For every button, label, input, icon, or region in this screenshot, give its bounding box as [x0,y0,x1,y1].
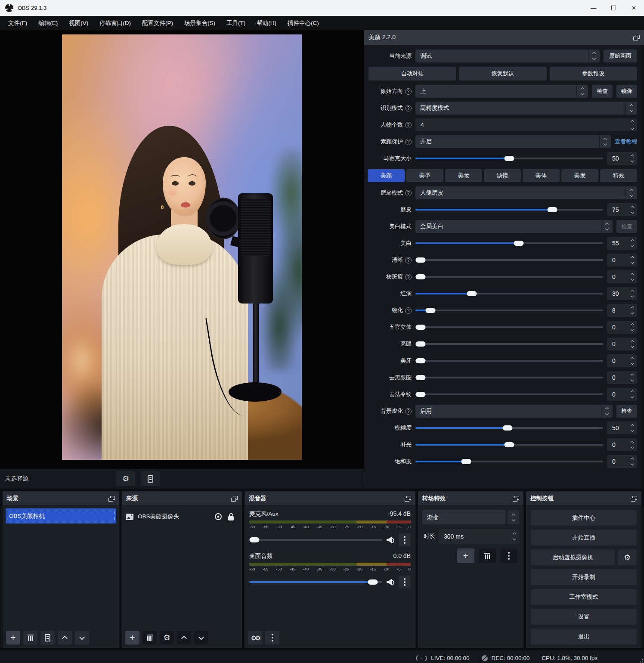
menu-edit[interactable]: 编辑(E) [34,17,62,29]
remove-transition-button[interactable] [479,548,496,563]
teeth-slider[interactable] [415,358,603,364]
teeth-spinner[interactable]: 0 [607,354,637,367]
makeup-protect-select[interactable]: 开启 [415,135,611,148]
help-icon[interactable]: ? [405,105,412,112]
source-filters-button[interactable] [141,471,160,486]
preview-canvas[interactable] [0,30,364,468]
acne-spinner[interactable]: 0 [607,270,637,283]
help-icon[interactable]: ? [405,190,412,196]
start-recording-button[interactable]: 开始录制 [531,569,637,585]
help-icon[interactable]: ? [405,139,412,145]
sharpen-slider[interactable] [415,307,603,313]
tab-hair[interactable]: 美发 [561,169,598,182]
scene-item-selected[interactable]: OBS美颜相机 [6,508,116,524]
darkcircle-spinner[interactable]: 0 [607,371,637,384]
popout-dock-icon[interactable] [405,496,411,502]
exit-button[interactable]: 退出 [531,629,637,644]
saturation-spinner[interactable]: 0 [607,455,637,468]
source-up-button[interactable] [177,631,191,644]
menu-plugin-center[interactable]: 插件中心(C) [283,17,324,29]
help-icon[interactable]: ? [405,307,412,314]
person-count-spinner[interactable]: 4 [415,118,637,131]
speaker-icon[interactable] [387,537,394,543]
brighteyes-spinner[interactable]: 0 [607,338,637,350]
maximize-button[interactable] [604,0,624,16]
popout-dock-icon[interactable] [513,496,519,502]
original-view-button[interactable]: 原始画面 [604,50,637,62]
start-virtual-camera-button[interactable]: 启动虚拟摄像机 [531,549,615,565]
mic-options-button[interactable] [399,533,411,546]
acne-slider[interactable] [415,274,603,280]
help-icon[interactable]: ? [405,257,412,263]
face3d-spinner[interactable]: 0 [607,321,637,334]
mosaic-size-slider[interactable] [415,155,603,161]
blurlevel-spinner[interactable]: 50 [607,421,637,434]
add-source-button[interactable]: + [125,631,139,644]
brighteyes-slider[interactable] [415,341,603,347]
smooth-slider[interactable] [415,207,603,213]
add-scene-button[interactable]: + [6,631,20,644]
tab-effects[interactable]: 特效 [600,169,637,182]
whiten-spinner[interactable]: 55 [607,237,637,250]
whiten-mode-select[interactable]: 全局美白 [415,220,613,233]
source-properties-button[interactable]: ⚙ [160,631,174,644]
visibility-eye-icon[interactable] [215,513,222,520]
tab-body[interactable]: 美体 [523,169,560,182]
rosy-spinner[interactable]: 30 [607,287,637,300]
popout-dock-icon[interactable] [631,496,637,502]
menu-tools[interactable]: 工具(T) [222,17,250,29]
transition-select[interactable]: 渐变 [422,510,505,524]
settings-button[interactable]: 设置 [531,609,637,625]
tab-filter[interactable]: 滤镜 [484,169,521,182]
transition-select-arrows[interactable] [508,510,519,524]
saturation-slider[interactable] [415,459,603,465]
source-properties-button[interactable]: ⚙ [116,471,135,486]
popout-dock-icon[interactable] [108,496,115,502]
filllight-slider[interactable] [415,442,603,448]
menu-docks[interactable]: 停靠窗口(D) [95,17,136,29]
clarity-spinner[interactable]: 0 [607,254,637,266]
menu-scene-collection[interactable]: 场景集合(S) [180,17,220,29]
darkcircle-slider[interactable] [415,375,603,381]
help-icon[interactable]: ? [405,408,412,415]
tutorial-link[interactable]: 查看教程 [615,138,637,146]
mosaic-size-spinner[interactable]: 50 [607,152,637,165]
desktop-volume-slider[interactable] [249,579,382,585]
source-down-button[interactable] [194,631,208,644]
resize-grip[interactable] [637,659,643,663]
whiten-slider[interactable] [415,240,603,246]
help-icon[interactable]: ? [405,274,412,280]
tab-makeup[interactable]: 美妆 [445,169,482,182]
virtual-camera-settings-button[interactable]: ⚙ [618,549,637,565]
face3d-slider[interactable] [415,324,603,330]
duration-spinner[interactable]: 300 ms [439,529,519,544]
lock-icon[interactable] [228,516,234,520]
current-source-select[interactable]: 调试 [415,50,600,62]
parameter-presets-button[interactable]: 参数预设 [550,67,637,81]
detect-mode-select[interactable]: 高精度模式 [415,102,637,115]
plugin-center-button[interactable]: 插件中心 [531,510,637,526]
remove-source-button[interactable] [142,631,157,644]
orientation-select[interactable]: 上 [415,85,588,98]
advanced-audio-button[interactable]: ⚙⚙ [248,631,262,644]
smooth-spinner[interactable]: 75 [607,203,637,216]
whiten-check-button[interactable]: 检查 [616,220,637,233]
mic-volume-slider[interactable] [249,537,382,543]
sharpen-spinner[interactable]: 8 [607,304,637,317]
rosy-slider[interactable] [415,291,603,297]
nasolabial-spinner[interactable]: 0 [607,388,637,401]
scene-filters-button[interactable] [40,631,55,644]
orientation-check-button[interactable]: 检查 [592,85,613,98]
scene-down-button[interactable] [75,631,89,644]
menu-view[interactable]: 视图(V) [64,17,93,29]
menu-help[interactable]: 帮助(H) [252,17,281,29]
clarity-slider[interactable] [415,257,603,263]
popout-dock-icon[interactable] [633,35,640,40]
scene-up-button[interactable] [58,631,72,644]
transition-options-button[interactable] [500,548,517,563]
minimize-button[interactable]: — [583,0,604,16]
menu-profile[interactable]: 配置文件(P) [137,17,178,29]
popout-dock-icon[interactable] [231,496,238,502]
close-button[interactable]: ✕ [624,0,644,16]
remove-scene-button[interactable] [23,631,37,644]
